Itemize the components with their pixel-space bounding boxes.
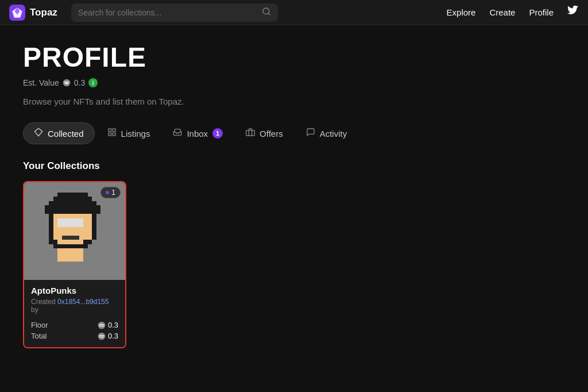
your-collections-title: Your Collections: [23, 160, 565, 172]
nav-profile[interactable]: Profile: [529, 7, 554, 17]
nft-info: AptoPunks Created 0x1854...b9d155 by Flo…: [24, 280, 125, 347]
svg-point-3: [263, 8, 269, 14]
floor-label: Floor: [31, 321, 48, 329]
svg-marker-9: [34, 128, 42, 136]
est-value-label: Est. Value: [23, 78, 59, 87]
tab-offers[interactable]: Offers: [235, 123, 293, 144]
topaz-logo-icon: [9, 5, 25, 21]
nft-name: AptoPunks: [31, 286, 118, 295]
floor-value: 0.3: [98, 321, 118, 329]
creator-prefix: Created: [31, 298, 56, 306]
total-value: 0.3: [98, 332, 118, 340]
svg-rect-13: [113, 133, 115, 136]
svg-rect-12: [109, 133, 111, 136]
nft-count-badge: 1: [100, 187, 121, 198]
svg-rect-10: [109, 129, 111, 132]
svg-rect-14: [246, 130, 255, 136]
total-value-text: 0.3: [108, 332, 118, 340]
nft-image: 1: [24, 182, 125, 280]
main-content: PROFILE Est. Value A 0.3 i Browse your N…: [0, 25, 588, 348]
nav-links: Explore Create Profile: [447, 5, 579, 20]
wallet-icon: [246, 128, 255, 139]
nft-stats: Floor 0.3 Total: [31, 321, 118, 340]
search-input[interactable]: [78, 8, 257, 17]
svg-point-18: [98, 332, 106, 340]
nft-count-number: 1: [111, 189, 115, 197]
tab-listings[interactable]: Listings: [97, 123, 161, 144]
creator-address[interactable]: 0x1854...b9d155: [57, 298, 109, 306]
total-label: Total: [31, 332, 47, 340]
creator-by: by: [31, 306, 38, 314]
logo-area[interactable]: Topaz: [9, 5, 57, 21]
est-value-number: 0.3: [74, 78, 85, 87]
count-dot: [106, 191, 109, 194]
header: Topaz Explore Create Profile: [0, 0, 588, 25]
search-bar[interactable]: [71, 3, 278, 22]
tab-activity-label: Activity: [320, 129, 347, 139]
svg-point-15: [98, 321, 106, 329]
chat-icon: [306, 128, 315, 139]
est-value-row: Est. Value A 0.3 i: [23, 78, 565, 87]
apt-icon: A: [63, 79, 71, 87]
tab-activity[interactable]: Activity: [296, 123, 358, 144]
apt-total-icon: [98, 332, 106, 340]
floor-value-text: 0.3: [108, 321, 118, 329]
diamond-icon: [34, 128, 43, 139]
browse-text: Browse your NFTs and list them on Topaz.: [23, 97, 565, 106]
svg-line-4: [268, 13, 270, 15]
grid-icon: [107, 128, 117, 139]
tab-collected-label: Collected: [48, 129, 84, 139]
your-collections-section: Your Collections 1 AptoPunks Created: [23, 160, 565, 348]
tabs: Collected Listings Inbox 1: [23, 122, 565, 144]
tab-inbox[interactable]: Inbox 1: [163, 123, 233, 144]
info-badge[interactable]: i: [88, 78, 98, 87]
twitter-icon[interactable]: [567, 5, 579, 20]
tab-listings-label: Listings: [121, 129, 150, 139]
nav-explore[interactable]: Explore: [447, 7, 476, 17]
apt-token-small-icon: A: [63, 79, 71, 87]
nft-floor-row: Floor 0.3: [31, 321, 118, 329]
collections-grid: 1 AptoPunks Created 0x1854...b9d155 by F…: [23, 181, 565, 348]
svg-rect-11: [113, 129, 115, 132]
nft-card-aptopunks[interactable]: 1 AptoPunks Created 0x1854...b9d155 by F…: [23, 181, 126, 348]
nft-total-row: Total 0.3: [31, 332, 118, 340]
tab-inbox-label: Inbox: [187, 129, 208, 139]
nav-create[interactable]: Create: [489, 7, 515, 17]
inbox-badge: 1: [212, 128, 223, 139]
tab-offers-label: Offers: [260, 129, 283, 139]
search-icon: [262, 7, 271, 18]
inbox-icon: [173, 128, 182, 139]
nft-creator: Created 0x1854...b9d155 by: [31, 298, 118, 314]
apt-floor-icon: [98, 321, 106, 329]
logo-text: Topaz: [30, 7, 57, 18]
page-title: PROFILE: [23, 44, 565, 71]
tab-collected[interactable]: Collected: [23, 122, 95, 144]
